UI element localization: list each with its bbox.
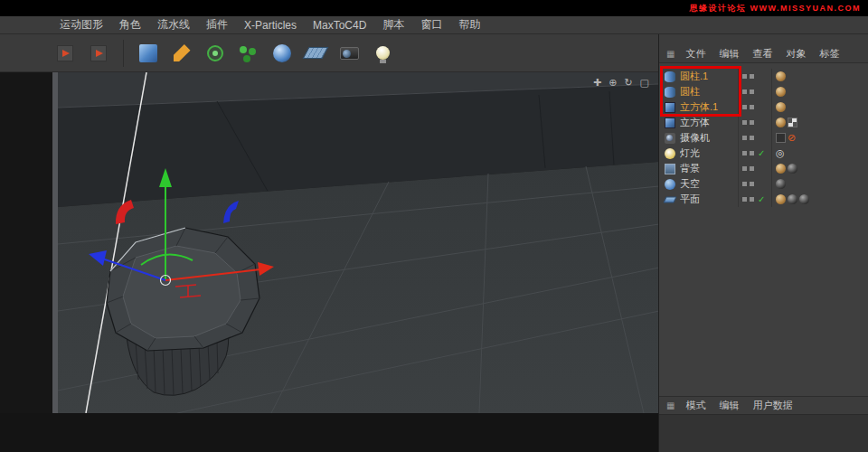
menu-item-6[interactable]: MaxToC4D — [313, 19, 366, 32]
menu-item-4[interactable]: 插件 — [206, 17, 228, 33]
om-menu-item-4[interactable]: 对象 — [786, 47, 806, 61]
editor-visibility-dot[interactable] — [742, 89, 747, 94]
render-visibility-dot[interactable] — [750, 89, 754, 94]
bottom-menu-item-2[interactable]: 编辑 — [719, 399, 739, 412]
viewport-canvas[interactable] — [0, 72, 658, 452]
phong-tag-icon[interactable] — [776, 87, 786, 97]
phong-tag-icon[interactable] — [776, 164, 786, 174]
main-area: ✚⊕↻▢ ▦ 文件编辑查看对象标签 圆柱.1圆柱立方体.1立方体摄像机⊘灯光✓◎… — [0, 34, 868, 452]
visibility-toggles[interactable]: ✓ — [738, 146, 772, 161]
object-label: 天空 — [680, 177, 738, 191]
object-row-7[interactable]: 背景 — [659, 161, 868, 176]
maximize-view-icon[interactable]: ▢ — [640, 77, 649, 88]
app-window: 思缘设计论坛 WWW.MISSYUAN.COM 运动图形角色流水线插件X-Par… — [0, 0, 868, 452]
render-visibility-dot[interactable] — [750, 105, 754, 109]
nav-back-tool-button[interactable] — [52, 41, 78, 66]
tag-area — [772, 179, 868, 189]
visibility-toggles[interactable] — [738, 130, 772, 146]
render-visibility-dot[interactable] — [750, 166, 754, 171]
camera-tool-button[interactable] — [336, 41, 362, 66]
render-visibility-dot[interactable] — [750, 151, 754, 155]
bottom-menu-item-3[interactable]: 用户数据 — [752, 399, 792, 412]
phong-tag-icon[interactable] — [776, 71, 786, 81]
editor-visibility-dot[interactable] — [742, 105, 747, 109]
viewport[interactable]: ✚⊕↻▢ — [0, 72, 658, 452]
phong-tag-icon[interactable] — [776, 102, 786, 112]
background-object-icon — [665, 164, 675, 174]
phong-tag-icon[interactable] — [776, 118, 786, 127]
object-row-5[interactable]: 摄像机⊘ — [659, 130, 868, 146]
sphere-tag-icon[interactable] — [799, 194, 809, 204]
menu-item-7[interactable]: 脚本 — [382, 17, 404, 33]
film-tag-icon[interactable] — [776, 133, 786, 143]
object-row-2[interactable]: 圆柱 — [659, 84, 868, 99]
cylinder-object-icon — [665, 87, 675, 98]
render-visibility-dot[interactable] — [750, 182, 754, 186]
enabled-check-icon: ✓ — [758, 194, 765, 204]
cube-object-icon — [665, 102, 675, 113]
object-row-9[interactable]: 平面✓ — [659, 192, 868, 207]
tag-area — [772, 194, 868, 204]
visibility-toggles[interactable] — [738, 176, 772, 192]
camera-object-icon — [665, 133, 675, 144]
cube-primitive-tool-button[interactable] — [136, 41, 161, 66]
floor-plane-tool-button[interactable] — [303, 41, 328, 66]
editor-visibility-dot[interactable] — [742, 197, 747, 202]
om-menu-item-1[interactable]: 文件 — [685, 47, 705, 61]
bottom-grid-icon[interactable]: ▦ — [666, 400, 675, 410]
visibility-toggles[interactable] — [738, 69, 772, 84]
render-visibility-dot[interactable] — [750, 136, 754, 140]
menu-item-1[interactable]: 运动图形 — [60, 17, 103, 33]
object-row-3[interactable]: 立方体.1 — [659, 99, 868, 115]
visibility-toggles[interactable] — [738, 84, 772, 99]
pan-view-icon[interactable]: ✚ — [593, 77, 601, 88]
editor-visibility-dot[interactable] — [742, 166, 747, 171]
om-menu-item-3[interactable]: 查看 — [752, 47, 772, 61]
slash-tag-icon[interactable]: ⊘ — [788, 133, 796, 143]
tag-area — [772, 71, 868, 81]
object-row-4[interactable]: 立方体 — [659, 115, 868, 130]
editor-visibility-dot[interactable] — [742, 120, 747, 125]
spline-pen-icon — [174, 44, 191, 61]
visibility-toggles[interactable] — [738, 99, 772, 115]
om-menu-item-5[interactable]: 标签 — [819, 47, 839, 61]
om-menu-item-2[interactable]: 编辑 — [719, 47, 739, 61]
editor-visibility-dot[interactable] — [742, 74, 747, 79]
menu-item-9[interactable]: 帮助 — [458, 17, 480, 33]
object-row-8[interactable]: 天空 — [659, 176, 868, 192]
editor-visibility-dot[interactable] — [742, 182, 747, 186]
menu-item-3[interactable]: 流水线 — [157, 17, 190, 33]
render-visibility-dot[interactable] — [750, 74, 754, 79]
menu-item-5[interactable]: X-Particles — [244, 19, 297, 32]
visibility-toggles[interactable] — [738, 161, 772, 176]
sphere-tag-icon[interactable] — [776, 179, 786, 189]
nav-forward-tool-button[interactable] — [86, 41, 111, 66]
spline-pen-tool-button[interactable] — [169, 41, 194, 66]
editor-visibility-dot[interactable] — [742, 151, 747, 155]
checker-tag-icon[interactable] — [788, 118, 797, 127]
zoom-view-icon[interactable]: ⊕ — [609, 77, 617, 88]
bottom-menu-item-1[interactable]: 模式 — [685, 399, 705, 412]
cloner-tool-button[interactable] — [236, 41, 261, 66]
cloner-icon — [240, 46, 247, 53]
sphere-tag-icon[interactable] — [788, 194, 797, 204]
visibility-toggles[interactable] — [738, 115, 772, 130]
deformer-sphere-icon — [273, 44, 291, 62]
light-tool-button[interactable] — [370, 41, 395, 66]
visibility-toggles[interactable]: ✓ — [738, 192, 772, 207]
menu-item-8[interactable]: 窗口 — [420, 17, 442, 33]
mograph-tool-button[interactable] — [203, 41, 228, 66]
tag-area — [772, 164, 868, 174]
render-visibility-dot[interactable] — [750, 197, 754, 202]
rotate-view-icon[interactable]: ↻ — [624, 77, 632, 88]
target-tag-icon[interactable]: ◎ — [776, 148, 785, 158]
editor-visibility-dot[interactable] — [742, 136, 747, 140]
sphere-tag-icon[interactable] — [788, 164, 797, 174]
menu-item-2[interactable]: 角色 — [119, 17, 141, 33]
object-row-1[interactable]: 圆柱.1 — [659, 69, 868, 84]
object-row-6[interactable]: 灯光✓◎ — [659, 146, 868, 161]
render-visibility-dot[interactable] — [750, 120, 754, 125]
panel-grid-icon[interactable]: ▦ — [666, 49, 675, 59]
deformer-sphere-tool-button[interactable] — [269, 41, 295, 66]
phong-tag-icon[interactable] — [776, 194, 786, 204]
